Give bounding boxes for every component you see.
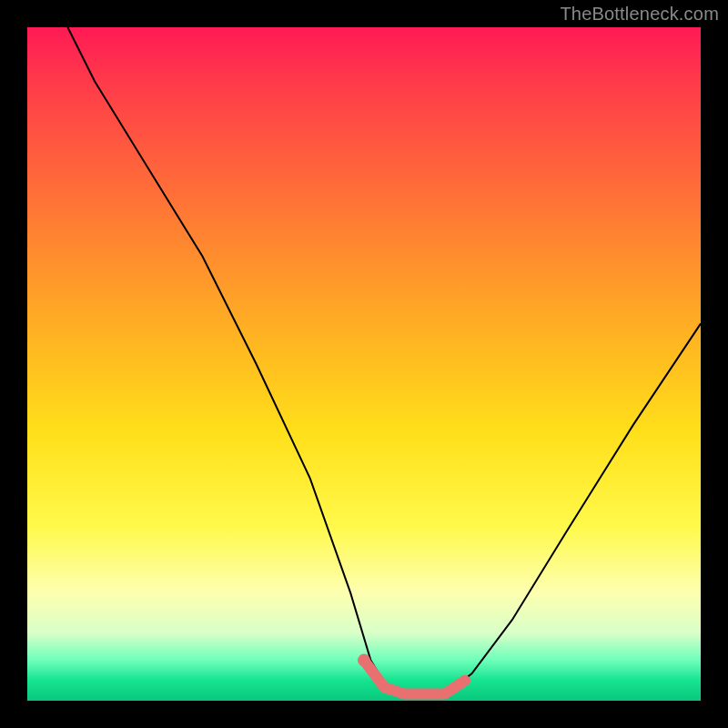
chart-svg bbox=[27, 27, 701, 701]
bottleneck-curve bbox=[67, 27, 701, 694]
optimal-range-highlight bbox=[364, 661, 465, 694]
plot-area bbox=[27, 27, 701, 701]
chart-frame: TheBottleneck.com bbox=[0, 0, 728, 728]
watermark-text: TheBottleneck.com bbox=[560, 4, 719, 25]
optimal-range-dot bbox=[358, 654, 370, 667]
